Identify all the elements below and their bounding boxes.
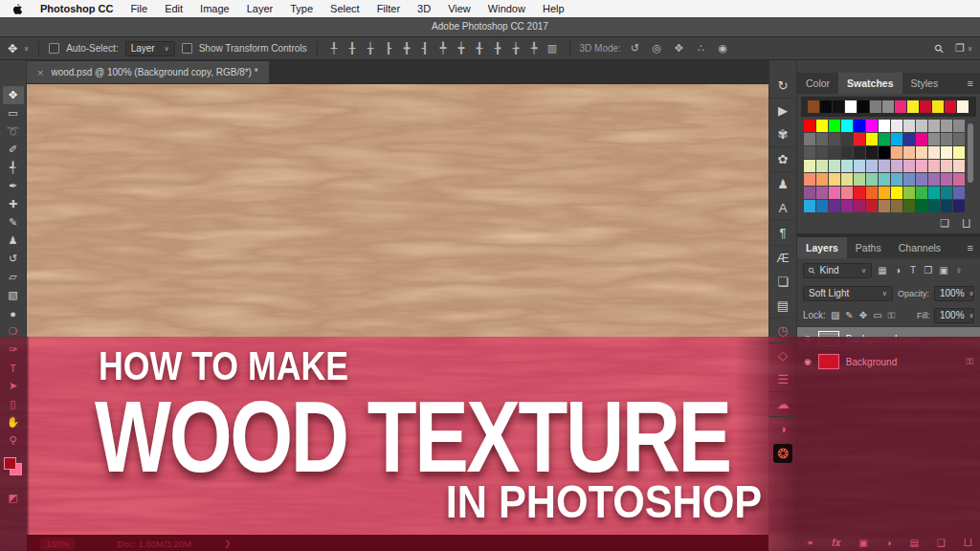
libraries-panel-icon[interactable]: ☁ bbox=[769, 391, 796, 416]
swatch[interactable] bbox=[804, 187, 815, 199]
swatch[interactable] bbox=[928, 187, 940, 199]
swatch[interactable] bbox=[866, 146, 878, 159]
healing-brush-tool[interactable]: ✚ bbox=[3, 195, 24, 213]
swatch[interactable] bbox=[841, 187, 853, 199]
distribute-left-edges-icon[interactable]: ╊ bbox=[491, 42, 505, 55]
filter-adjustment-layers-icon[interactable]: ◑ bbox=[891, 265, 904, 276]
swatch[interactable] bbox=[804, 120, 815, 132]
show-transform-checkbox[interactable] bbox=[182, 43, 192, 54]
layer-filter-dropdown[interactable]: ⚲ Kind ∨ bbox=[803, 263, 872, 278]
layers-panel-menu-icon[interactable]: ≡ bbox=[961, 237, 980, 258]
distribute-right-edges-icon[interactable]: ╄ bbox=[527, 42, 542, 55]
recent-swatch[interactable] bbox=[882, 100, 894, 113]
swatch[interactable] bbox=[854, 200, 865, 212]
visibility-eye-icon[interactable]: ◉ bbox=[804, 357, 812, 366]
glyphs-panel-icon[interactable]: Æ bbox=[769, 245, 796, 270]
clone-source-panel-icon[interactable]: ♟ bbox=[769, 171, 796, 196]
adjustment-layer-icon[interactable]: ◑ bbox=[886, 538, 892, 548]
path-selection-tool[interactable]: ➤ bbox=[3, 377, 24, 395]
swatch[interactable] bbox=[953, 120, 965, 132]
3d-slide-icon[interactable]: ∴ bbox=[694, 42, 708, 55]
swatch[interactable] bbox=[941, 120, 952, 132]
actions-panel-icon[interactable]: ▶ bbox=[769, 98, 796, 122]
swatch[interactable] bbox=[916, 187, 927, 199]
swatch[interactable] bbox=[829, 146, 840, 159]
recent-swatch[interactable] bbox=[820, 100, 832, 113]
eyedropper-tool[interactable]: ✒ bbox=[3, 177, 24, 195]
distribute-top-edges-icon[interactable]: ╇ bbox=[436, 42, 451, 55]
eraser-tool[interactable]: ▱ bbox=[3, 268, 24, 286]
menu-item-type[interactable]: Type bbox=[290, 3, 313, 14]
menu-item-3d[interactable]: 3D bbox=[417, 3, 431, 14]
swatch[interactable] bbox=[928, 200, 940, 212]
workspace-switcher[interactable]: ❐∨ bbox=[955, 42, 972, 55]
swatch[interactable] bbox=[804, 200, 815, 212]
delete-swatch-icon[interactable]: ⨆ bbox=[962, 217, 970, 230]
dodge-tool[interactable]: ❍ bbox=[3, 322, 24, 341]
menu-item-view[interactable]: View bbox=[448, 3, 471, 14]
swatch[interactable] bbox=[891, 160, 902, 172]
align-top-edges-icon[interactable]: ╀ bbox=[327, 42, 342, 55]
recent-swatch[interactable] bbox=[920, 100, 931, 113]
lock-artboard-icon[interactable]: ▭ bbox=[873, 310, 881, 321]
auto-select-dropdown[interactable]: Layer∨ bbox=[125, 41, 175, 56]
swatch[interactable] bbox=[829, 133, 840, 145]
history-panel-icon[interactable]: ↻ bbox=[769, 74, 796, 98]
marquee-tool[interactable]: ▭ bbox=[3, 104, 24, 122]
swatch[interactable] bbox=[928, 120, 940, 132]
swatch[interactable] bbox=[866, 173, 878, 186]
swatch[interactable] bbox=[903, 146, 915, 159]
swatch[interactable] bbox=[879, 133, 890, 145]
swatch[interactable] bbox=[816, 173, 828, 186]
filter-type-layers-icon[interactable]: T bbox=[906, 265, 920, 276]
swatch[interactable] bbox=[916, 146, 927, 159]
new-swatch-icon[interactable]: ❏ bbox=[940, 217, 949, 230]
timeline-panel-icon[interactable]: ◷ bbox=[769, 318, 796, 342]
lock-all-icon[interactable]: ⚿ bbox=[888, 310, 896, 321]
swatch[interactable] bbox=[916, 120, 927, 132]
layer-thumbnail[interactable] bbox=[818, 354, 839, 369]
swatch[interactable] bbox=[854, 146, 865, 159]
swatch[interactable] bbox=[804, 173, 815, 186]
swatch[interactable] bbox=[879, 200, 890, 212]
swatch[interactable] bbox=[854, 173, 865, 186]
menu-item-image[interactable]: Image bbox=[200, 3, 230, 14]
recent-swatch[interactable] bbox=[833, 100, 844, 113]
swatch[interactable] bbox=[866, 120, 878, 132]
layer-mask-icon[interactable]: ▣ bbox=[858, 538, 867, 548]
swatch[interactable] bbox=[953, 187, 965, 199]
type-tool[interactable]: T bbox=[3, 359, 24, 377]
swatch[interactable] bbox=[941, 187, 952, 199]
swatch[interactable] bbox=[916, 160, 927, 172]
swatch[interactable] bbox=[891, 120, 902, 132]
filter-toggle-icon[interactable]: ♀ bbox=[952, 265, 966, 276]
menu-item-layer[interactable]: Layer bbox=[247, 3, 274, 14]
fill-field[interactable]: 100% ∨ bbox=[934, 308, 974, 323]
swatch[interactable] bbox=[928, 133, 940, 145]
swatch[interactable] bbox=[816, 187, 828, 199]
3d-panel-icon[interactable]: ◇ bbox=[769, 342, 796, 367]
recent-swatch[interactable] bbox=[808, 100, 819, 113]
swatch[interactable] bbox=[879, 187, 890, 199]
quick-selection-tool[interactable]: ✐ bbox=[3, 141, 24, 159]
auto-select-checkbox[interactable] bbox=[49, 43, 59, 54]
swatch[interactable] bbox=[829, 200, 840, 212]
layer-row[interactable]: ◉Background⚿ bbox=[797, 350, 980, 373]
swatch[interactable] bbox=[829, 187, 840, 199]
swatch[interactable] bbox=[941, 160, 952, 172]
adjustments-panel-icon[interactable]: ◑ bbox=[769, 416, 796, 441]
swatch[interactable] bbox=[854, 160, 865, 172]
layers-tab-paths[interactable]: Paths bbox=[847, 237, 890, 258]
swatch[interactable] bbox=[903, 120, 915, 132]
notes-panel-icon[interactable]: ▤ bbox=[769, 294, 796, 318]
swatch[interactable] bbox=[841, 160, 853, 172]
lock-pixels-icon[interactable]: ✎ bbox=[845, 310, 853, 321]
swatch[interactable] bbox=[841, 173, 853, 186]
swatch[interactable] bbox=[953, 160, 965, 172]
swatch[interactable] bbox=[841, 120, 853, 132]
swatches-scrollbar[interactable] bbox=[965, 120, 976, 212]
swatch[interactable] bbox=[866, 200, 878, 212]
swatch[interactable] bbox=[928, 173, 940, 186]
recent-swatch[interactable] bbox=[845, 100, 857, 113]
move-tool[interactable]: ✥ bbox=[3, 86, 24, 104]
